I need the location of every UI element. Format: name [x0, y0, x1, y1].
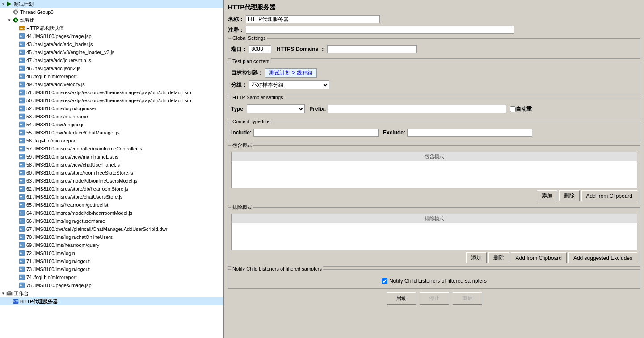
- tree-expand-icon[interactable]: [13, 74, 18, 79]
- tree-item[interactable]: ⬅57 /IMS8100/imsres/controller/mainframe…: [0, 145, 223, 153]
- tree-item[interactable]: Thread Group0: [0, 8, 223, 16]
- tree-item[interactable]: ⬅65 /IMS8100/ims/hearroom/gettreelist: [0, 201, 223, 209]
- tree-expand-icon[interactable]: [13, 66, 18, 71]
- include-add-btn[interactable]: 添加: [537, 190, 557, 201]
- tree-expand-icon[interactable]: ▼: [1, 2, 5, 6]
- tree-item[interactable]: ⬅54 /IMS8100/dwr/engine.js: [0, 121, 223, 129]
- tree-expand-icon[interactable]: [13, 82, 18, 87]
- tree-item[interactable]: ⬅66 /IMS8100/ims/login/getusername: [0, 217, 223, 225]
- tree-item[interactable]: ⬅62 /IMS8100/imsres/store/db/hearroomSto…: [0, 185, 223, 193]
- tree-expand-icon[interactable]: [13, 243, 18, 247]
- tree-item[interactable]: ⬅44 /IMS8100/pages/image.jsp: [0, 32, 223, 40]
- exclude-suggested-btn[interactable]: Add suggested Excludes: [568, 252, 637, 263]
- tree-item[interactable]: ⬅60 /IMS8100/imsres/store/roomTreeStateS…: [0, 169, 223, 177]
- tree-expand-icon[interactable]: [13, 235, 18, 239]
- tree-expand-icon[interactable]: ▼: [7, 18, 12, 22]
- tree-item[interactable]: ⬅52 /IMS8100/ims/login/loginuser: [0, 104, 223, 113]
- tree-expand-icon[interactable]: [13, 122, 18, 127]
- tree-expand-icon[interactable]: [13, 171, 18, 175]
- tree-expand-icon[interactable]: [13, 227, 18, 231]
- tree-item[interactable]: ⬅53 /IMS8100/ims/mainframe: [0, 113, 223, 121]
- tree-item[interactable]: ⬅56 /fcgi-bin/microreport: [0, 137, 223, 145]
- type-select[interactable]: [247, 104, 305, 113]
- tree-item[interactable]: ⬅45 /navigate/adc/v3/engine_loader_v3.js: [0, 48, 223, 56]
- tree-item[interactable]: ▼测试计划: [0, 0, 223, 8]
- prefix-input[interactable]: [328, 105, 506, 113]
- include-pattern-list[interactable]: [232, 161, 637, 188]
- tree-expand-icon[interactable]: [13, 138, 18, 143]
- start-btn[interactable]: 启动: [387, 292, 416, 305]
- tree-item[interactable]: HTTPHTTP代理服务器: [0, 297, 223, 305]
- tree-expand-icon[interactable]: [13, 58, 18, 63]
- tree-expand-icon[interactable]: ▼: [1, 291, 5, 296]
- target-value[interactable]: 测试计划 > 线程组: [265, 68, 317, 78]
- tree-expand-icon[interactable]: [13, 106, 18, 111]
- tree-expand-icon[interactable]: [13, 154, 18, 159]
- restart-btn[interactable]: 重启: [453, 292, 482, 305]
- tree-item[interactable]: ⬅58 /IMS8100/imsres/view/chatUserPanel.j…: [0, 161, 223, 169]
- tree-item[interactable]: ⬅70 /IMS8100/ims/login/chatOnlineUsers: [0, 233, 223, 241]
- tree-expand-icon[interactable]: [13, 259, 18, 263]
- auto-redirect-checkbox[interactable]: [510, 106, 516, 112]
- tree-item[interactable]: DEFHTTP请求默认值: [0, 24, 223, 32]
- tree-expand-icon[interactable]: [13, 267, 18, 271]
- tree-item[interactable]: ⬅69 /IMS8100/ims/hearroom/query: [0, 241, 223, 249]
- tree-item[interactable]: ⬅43 /navigate/adc/adc_loader.js: [0, 40, 223, 48]
- tree-item[interactable]: ⬅73 /IMS8100/ims/login/logout: [0, 265, 223, 273]
- tree-item[interactable]: ⬅47 /navigate/adc/jquery.min.js: [0, 56, 223, 64]
- exclude-delete-btn[interactable]: 删除: [488, 252, 509, 263]
- tree-item[interactable]: ▼WB工作台: [0, 289, 223, 297]
- tree-item[interactable]: ⬅75 /IMS8100/pages/image.jsp: [0, 281, 223, 289]
- tree-expand-icon[interactable]: [13, 275, 18, 280]
- exclude-pattern-list[interactable]: [232, 223, 637, 250]
- tree-expand-icon[interactable]: [13, 203, 18, 207]
- tree-item[interactable]: ⬅71 /IMS8100/ims/login/logout: [0, 257, 223, 265]
- tree-expand-icon[interactable]: [13, 34, 18, 38]
- port-input[interactable]: [249, 45, 271, 53]
- https-input[interactable]: [327, 45, 417, 53]
- tree-item[interactable]: ▼线程组: [0, 16, 223, 24]
- tree-item[interactable]: ⬅61 /IMS8100/imsres/store/chatUsersStore…: [0, 193, 223, 201]
- tree-expand-icon[interactable]: [7, 299, 12, 304]
- tree-item[interactable]: ⬅46 /navigate/adc/json2.js: [0, 64, 223, 72]
- tree-item[interactable]: ⬅49 /navigate/adc/velocity.js: [0, 80, 223, 88]
- tree-expand-icon[interactable]: [13, 283, 18, 288]
- tree-expand-icon[interactable]: [13, 90, 18, 95]
- include-delete-btn[interactable]: 删除: [559, 190, 580, 201]
- tree-item[interactable]: ⬅72 /IMS8100/ims/login: [0, 249, 223, 257]
- tree-item[interactable]: ⬅64 /IMS8100/imsres/model/db/hearroomMod…: [0, 209, 223, 217]
- include-input[interactable]: [253, 129, 379, 137]
- tree-expand-icon[interactable]: [13, 146, 18, 151]
- tree-expand-icon[interactable]: [13, 211, 18, 215]
- stop-btn[interactable]: 停止: [420, 292, 449, 305]
- tree-expand-icon[interactable]: [13, 26, 18, 30]
- exclude-clipboard-btn[interactable]: Add from Clipboard: [511, 252, 567, 263]
- tree-expand-icon[interactable]: [13, 179, 18, 183]
- include-clipboard-btn[interactable]: Add from Clipboard: [581, 190, 637, 201]
- tree-expand-icon[interactable]: [13, 251, 18, 255]
- tree-item[interactable]: ⬅74 /fcgi-bin/microreport: [0, 273, 223, 281]
- exclude-add-btn[interactable]: 添加: [466, 252, 487, 263]
- tree-expand-icon[interactable]: [7, 10, 12, 14]
- tree-item[interactable]: ⬅63 /IMS8100/imsres/model/db/onlineUsers…: [0, 177, 223, 185]
- tree-item[interactable]: ⬅48 /fcgi-bin/microreport: [0, 72, 223, 80]
- tree-expand-icon[interactable]: [13, 42, 18, 46]
- tree-item[interactable]: ⬅55 /IMS8100/dwr/interface/ChatManager.j…: [0, 129, 223, 137]
- grouping-select[interactable]: 不对样本分组: [249, 80, 329, 89]
- name-input[interactable]: [246, 15, 380, 23]
- exclude-input[interactable]: [407, 129, 532, 137]
- tree-expand-icon[interactable]: [13, 195, 18, 199]
- comment-input[interactable]: [246, 26, 514, 34]
- tree-expand-icon[interactable]: [13, 98, 18, 103]
- tree-expand-icon[interactable]: [13, 219, 18, 223]
- tree-expand-icon[interactable]: [13, 114, 18, 119]
- notify-checkbox[interactable]: [382, 278, 387, 284]
- tree-item[interactable]: ⬅59 /IMS8100/imsres/view/mainframeList.j…: [0, 153, 223, 161]
- tree-item[interactable]: ⬅51 /IMS8100/imsres/extjs/resources/them…: [0, 88, 223, 96]
- tree-expand-icon[interactable]: [13, 163, 18, 167]
- tree-expand-icon[interactable]: [13, 130, 18, 135]
- tree-item[interactable]: ⬅67 /IMS8100/dwr/call/plaincall/ChatMana…: [0, 225, 223, 233]
- tree-expand-icon[interactable]: [13, 187, 18, 191]
- tree-item[interactable]: ⬅50 /IMS8100/imsres/extjs/resources/them…: [0, 96, 223, 104]
- tree-expand-icon[interactable]: [13, 50, 18, 54]
